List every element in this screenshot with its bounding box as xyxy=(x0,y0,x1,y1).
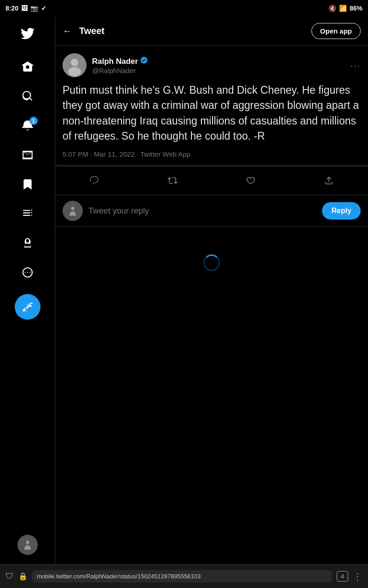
loading-area xyxy=(55,227,368,564)
status-bar: 8:20 🖼 📷 ✓ 🔇 📶 86% xyxy=(0,0,368,17)
browser-bar: 🛡 🔒 mobile.twitter.com/RalphNader/status… xyxy=(0,564,368,588)
actions-bar xyxy=(55,166,368,195)
tweet-header: ← Tweet Open app xyxy=(55,17,368,46)
compose-button[interactable] xyxy=(15,294,40,320)
status-time: 8:20 🖼 📷 ✓ xyxy=(6,5,46,12)
person-icon xyxy=(22,237,34,252)
back-button[interactable]: ← xyxy=(63,26,72,36)
mute-icon: 🔇 xyxy=(328,5,336,12)
tweet-timestamp: 5:07 PM · Mar 11, 2022 xyxy=(63,150,135,158)
sidebar-item-messages[interactable] xyxy=(15,143,40,169)
browser-tab-count[interactable]: 4 xyxy=(337,571,348,582)
tweet-via: · xyxy=(137,150,140,158)
share-button[interactable] xyxy=(316,172,341,189)
author-row: Ralph Nader @RalphNader ··· xyxy=(63,53,361,77)
photo-icon: 🖼 xyxy=(21,5,28,12)
like-button[interactable] xyxy=(238,172,263,189)
open-app-button[interactable]: Open app xyxy=(311,23,361,39)
header-left: ← Tweet xyxy=(63,26,104,36)
browser-menu-button[interactable]: ⋮ xyxy=(353,571,362,582)
more-circle-icon xyxy=(22,266,34,281)
lock-icon: 🔒 xyxy=(18,572,28,581)
author-name-row: Ralph Nader xyxy=(92,56,345,67)
page-title: Tweet xyxy=(79,26,104,36)
app-container: 1 xyxy=(0,17,368,564)
tweet-meta: 5:07 PM · Mar 11, 2022 · Twitter Web App xyxy=(63,150,361,158)
user-avatar[interactable] xyxy=(17,535,38,555)
shield-icon: 🛡 xyxy=(6,571,14,581)
reply-button[interactable]: Reply xyxy=(322,202,361,220)
wifi-icon: 📶 xyxy=(339,5,347,12)
check-icon: ✓ xyxy=(41,5,46,12)
sidebar-item-bookmarks[interactable] xyxy=(15,173,40,198)
bookmark-icon xyxy=(22,178,34,193)
svg-point-2 xyxy=(68,67,81,76)
retweet-button[interactable] xyxy=(160,172,185,189)
verified-icon xyxy=(140,56,148,67)
loading-spinner xyxy=(203,254,220,271)
twitter-logo[interactable] xyxy=(15,21,40,48)
sidebar-item-search[interactable] xyxy=(15,85,40,110)
comment-button[interactable] xyxy=(82,172,107,189)
home-icon xyxy=(22,61,34,75)
sidebar-item-lists[interactable] xyxy=(15,202,40,228)
author-avatar[interactable] xyxy=(63,53,86,77)
notification-badge: 1 xyxy=(29,117,38,125)
author-info: Ralph Nader @RalphNader xyxy=(92,56,345,74)
tweet-text: Putin must think he's G.W. Bush and Dick… xyxy=(63,83,361,144)
list-icon xyxy=(22,208,34,222)
tweet-body: Ralph Nader @RalphNader ··· Putin must t… xyxy=(55,46,368,166)
more-options-button[interactable]: ··· xyxy=(350,60,361,71)
sidebar-item-notifications[interactable]: 1 xyxy=(15,114,40,140)
author-name[interactable]: Ralph Nader xyxy=(92,57,138,66)
battery-level: 86% xyxy=(350,5,362,12)
reply-input-row: Reply xyxy=(55,195,368,227)
status-indicators: 🔇 📶 86% xyxy=(328,5,362,12)
main-content: ← Tweet Open app Ral xyxy=(55,17,368,564)
browser-url[interactable]: mobile.twitter.com/RalphNader/status/150… xyxy=(32,570,332,582)
sidebar-item-home[interactable] xyxy=(15,55,40,81)
svg-point-1 xyxy=(71,59,78,66)
search-icon xyxy=(22,90,34,105)
sidebar-item-more[interactable] xyxy=(15,261,40,287)
camera-icon: 📷 xyxy=(30,5,38,12)
sidebar: 1 xyxy=(0,17,55,564)
reply-text-input[interactable] xyxy=(88,206,316,216)
mail-icon xyxy=(22,149,34,164)
author-handle[interactable]: @RalphNader xyxy=(92,67,345,74)
reply-user-avatar xyxy=(63,201,83,221)
tweet-source: Twitter Web App xyxy=(140,150,190,158)
sidebar-item-profile[interactable] xyxy=(15,232,40,257)
